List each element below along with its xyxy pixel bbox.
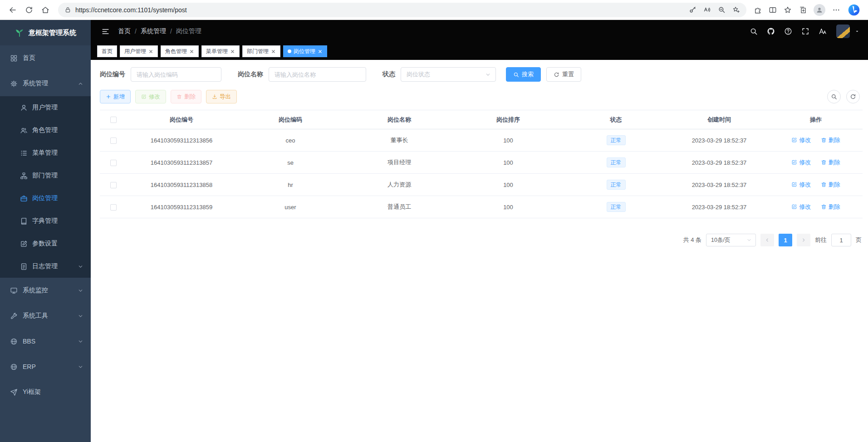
collections-icon[interactable]: [799, 6, 807, 14]
sidebar-item-role-mgmt[interactable]: 角色管理: [0, 119, 91, 142]
tab-menu-mgmt[interactable]: 菜单管理: [201, 45, 240, 57]
github-icon: [767, 27, 775, 35]
sidebar-item-log-mgmt[interactable]: 日志管理: [0, 255, 91, 278]
trash-icon: [821, 204, 827, 210]
sidebar-item-menu-mgmt[interactable]: 菜单管理: [0, 142, 91, 164]
tab-role-mgmt[interactable]: 角色管理: [161, 45, 199, 57]
cell-post-code: user: [236, 196, 345, 218]
sidebar-item-param-settings[interactable]: 参数设置: [0, 232, 91, 255]
row-delete-link[interactable]: 删除: [821, 203, 840, 211]
sidebar-toggle-button[interactable]: [99, 25, 112, 38]
cell-post-sort: 100: [454, 152, 563, 174]
tab-dept-mgmt[interactable]: 部门管理: [242, 45, 280, 57]
add-button[interactable]: 新增: [100, 90, 131, 103]
back-button[interactable]: [5, 2, 21, 18]
table-row[interactable]: 1641030593112313856 ceo 董事长 100 正常 2023-…: [100, 129, 863, 152]
breadcrumb-home[interactable]: 首页: [118, 27, 131, 35]
bing-logo: [848, 4, 860, 16]
cell-post-name: 人力资源: [345, 174, 454, 196]
export-button[interactable]: 导出: [206, 90, 237, 103]
sidebar-item-user-mgmt[interactable]: 用户管理: [0, 96, 91, 119]
close-icon[interactable]: [148, 49, 153, 54]
prev-page-button[interactable]: [760, 234, 774, 246]
add-favorite-icon[interactable]: [732, 6, 740, 14]
row-edit-link[interactable]: 修改: [791, 136, 811, 144]
row-checkbox[interactable]: [110, 204, 117, 211]
reset-button[interactable]: 重置: [546, 67, 581, 82]
reload-button[interactable]: [21, 2, 37, 18]
caret-down-icon[interactable]: [854, 29, 860, 34]
browser-profile-avatar[interactable]: [814, 4, 825, 16]
github-button[interactable]: [764, 24, 778, 39]
table-row[interactable]: 1641030593112313858 hr 人力资源 100 正常 2023-…: [100, 174, 863, 196]
breadcrumb-system-mgmt[interactable]: 系统管理: [141, 27, 166, 35]
post-name-input[interactable]: [269, 67, 366, 82]
sidebar-item-bbs[interactable]: BBS: [0, 329, 91, 354]
page-size-select[interactable]: 10条/页: [706, 234, 756, 246]
close-icon[interactable]: [230, 49, 235, 54]
row-delete-link[interactable]: 删除: [821, 158, 840, 167]
reload-icon: [25, 6, 33, 14]
row-edit-link[interactable]: 修改: [791, 181, 811, 189]
tab-home[interactable]: 首页: [97, 45, 117, 57]
font-size-button[interactable]: [815, 24, 830, 39]
wrench-icon: [10, 312, 18, 320]
sidebar-item-post-mgmt[interactable]: 岗位管理: [0, 187, 91, 210]
tab-user-mgmt[interactable]: 用户管理: [120, 45, 158, 57]
refresh-table-button[interactable]: [846, 90, 860, 103]
close-icon[interactable]: [318, 49, 323, 54]
sidebar-item-erp[interactable]: ERP: [0, 354, 91, 379]
sidebar-item-system-mgmt[interactable]: 系统管理: [0, 71, 91, 96]
post-code-label: 岗位编号: [100, 70, 125, 79]
tab-post-mgmt[interactable]: 岗位管理: [283, 45, 327, 57]
table-row[interactable]: 1641030593112313859 user 普通员工 100 正常 202…: [100, 196, 863, 218]
site-lock-icon[interactable]: [64, 6, 71, 13]
address-bar[interactable]: https://ccnetcore.com:1101/system/post: [58, 3, 746, 17]
browser-menu-icon[interactable]: [832, 6, 840, 14]
row-checkbox[interactable]: [110, 160, 117, 166]
row-checkbox[interactable]: [110, 138, 117, 144]
close-icon[interactable]: [189, 49, 194, 54]
bing-chat-icon[interactable]: [847, 3, 861, 17]
toggle-search-button[interactable]: [827, 90, 841, 103]
browser-home-button[interactable]: [37, 2, 54, 18]
read-aloud-icon[interactable]: [703, 6, 711, 14]
sidebar-item-system-tools[interactable]: 系统工具: [0, 303, 91, 329]
url-text[interactable]: https://ccnetcore.com:1101/system/post: [75, 6, 685, 14]
favorites-icon[interactable]: [784, 6, 792, 14]
active-dot: [288, 49, 291, 53]
user-avatar[interactable]: [836, 25, 850, 38]
help-button[interactable]: [781, 24, 795, 39]
sidebar-item-dept-mgmt[interactable]: 部门管理: [0, 164, 91, 187]
delete-button[interactable]: 删除: [171, 90, 201, 103]
password-key-icon[interactable]: [689, 6, 696, 14]
briefcase-icon: [20, 195, 28, 202]
post-code-input[interactable]: [131, 67, 221, 82]
search-button[interactable]: 搜索: [506, 67, 541, 82]
extensions-icon[interactable]: [754, 6, 762, 14]
cell-post-sort: 100: [454, 129, 563, 152]
close-icon[interactable]: [271, 49, 276, 54]
sidebar-item-dict-mgmt[interactable]: 字典管理: [0, 210, 91, 232]
goto-page-input[interactable]: [831, 234, 851, 246]
next-page-button[interactable]: [797, 234, 810, 246]
row-edit-link[interactable]: 修改: [791, 158, 811, 167]
page-number-button[interactable]: 1: [779, 234, 792, 246]
sidebar-item-home[interactable]: 首页: [0, 45, 91, 71]
select-all-checkbox[interactable]: [110, 117, 117, 123]
sidebar-item-yi-framework[interactable]: Yi框架: [0, 379, 91, 405]
navbar-search-button[interactable]: [746, 24, 761, 39]
zoom-out-icon[interactable]: [718, 6, 726, 14]
split-screen-icon[interactable]: [769, 6, 777, 14]
fullscreen-button[interactable]: [798, 24, 813, 39]
row-edit-link[interactable]: 修改: [791, 203, 811, 211]
edit-button[interactable]: 修改: [135, 90, 166, 103]
cell-post-code: hr: [236, 174, 345, 196]
col-post-code: 岗位编码: [236, 110, 345, 129]
sidebar-item-system-monitor[interactable]: 系统监控: [0, 278, 91, 303]
row-checkbox[interactable]: [110, 182, 117, 188]
row-delete-link[interactable]: 删除: [821, 136, 840, 144]
table-row[interactable]: 1641030593112313857 se 项目经理 100 正常 2023-…: [100, 152, 863, 174]
status-select[interactable]: 岗位状态: [401, 67, 496, 82]
row-delete-link[interactable]: 删除: [821, 181, 840, 189]
